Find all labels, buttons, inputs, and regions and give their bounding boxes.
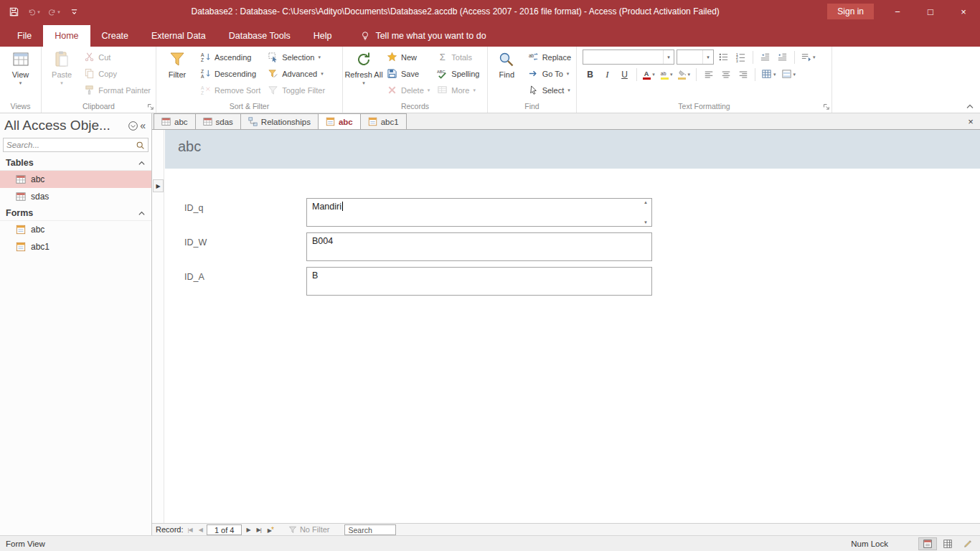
font-size-combo[interactable]: ▾ [677,50,714,65]
scroll-down-icon[interactable]: ▼ [644,220,648,225]
goto-button[interactable]: Go To ▾ [524,65,575,82]
nav-item-table-abc[interactable]: abc [0,171,151,188]
remove-sort-button[interactable]: AZ Remove Sort [197,82,264,98]
align-right-button[interactable] [735,67,750,82]
find-button[interactable]: Find [489,47,524,100]
tab-file[interactable]: File [6,25,43,47]
ascending-button[interactable]: AZ Ascending [197,49,264,65]
undo-icon[interactable]: ▾ [24,2,43,21]
id-q-input[interactable]: Mandiri ▲ ▼ [306,198,652,227]
copy-button[interactable]: Copy [80,65,154,82]
title-bar: ▾ ▾ Database2 : Database- C:\Users\Adity… [0,0,980,23]
record-position-box[interactable]: 1 of 4 [207,524,242,535]
id-a-input[interactable]: B [306,267,652,296]
underline-button[interactable]: U [617,67,632,82]
filter-status-button[interactable]: No Filter [288,525,330,534]
textbox-scrollbar[interactable]: ▲ ▼ [641,199,651,225]
maximize-button[interactable]: □ [914,0,947,23]
redo-icon[interactable]: ▾ [44,2,63,21]
dropdown-caret-icon: ▾ [567,71,570,76]
replace-button[interactable]: ab Replace [524,49,575,65]
delete-record-button[interactable]: Delete ▾ [383,82,433,98]
font-color-button[interactable]: A▾ [641,67,656,82]
view-button[interactable]: View ▾ [1,47,39,100]
doc-tab-form-abc[interactable]: abc [318,113,361,129]
save-record-button[interactable]: Save [383,65,433,82]
design-view-button[interactable] [958,537,977,550]
nav-item-form-abc[interactable]: abc [0,221,151,238]
alternate-row-color-button[interactable]: ▾ [780,67,798,82]
toggle-filter-button[interactable]: Toggle Filter [264,82,329,98]
tab-external-data[interactable]: External Data [140,25,217,47]
scroll-up-icon[interactable]: ▲ [644,200,648,204]
descending-button[interactable]: ZA Descending [197,65,264,82]
datasheet-view-button[interactable] [938,537,957,550]
nav-item-table-sdas[interactable]: sdas [0,188,151,205]
navigation-pane: All Access Obje... « Search... Tables ab… [0,113,152,535]
tab-create[interactable]: Create [90,25,141,47]
lightbulb-icon [360,31,370,41]
doc-tab-relationships[interactable]: Relationships [240,113,319,129]
doc-tab-form-abc1[interactable]: abc1 [360,113,407,129]
first-record-button[interactable]: |◀ [186,527,194,533]
highlight-color-button[interactable]: ab▾ [659,67,674,82]
nav-item-form-abc1[interactable]: abc1 [0,238,151,255]
tab-help[interactable]: Help [302,25,344,47]
doc-tab-table-sdas[interactable]: sdas [195,113,241,129]
cut-button[interactable]: Cut [80,49,154,65]
advanced-button[interactable]: Advanced ▾ [264,65,329,82]
nav-search-box[interactable]: Search... [3,138,149,152]
text-formatting-dialog-launcher-icon[interactable] [823,103,830,110]
gridlines-button[interactable]: ▾ [760,67,778,82]
nav-pane-title: All Access Obje... [4,118,128,133]
tab-home[interactable]: Home [43,25,90,47]
spelling-button[interactable]: ABC Spelling [433,65,483,82]
customize-qat-icon[interactable] [65,2,83,21]
nav-menu-icon[interactable] [128,121,138,131]
new-record-ribbon-button[interactable]: New [383,49,433,65]
italic-button[interactable]: I [600,67,615,82]
text-direction-button[interactable]: ▾ [799,50,817,65]
clipboard-dialog-launcher-icon[interactable] [147,103,154,110]
filter-button[interactable]: Filter [158,47,197,100]
totals-button[interactable]: Σ Totals [433,49,483,65]
sign-in-button[interactable]: Sign in [827,4,874,19]
bold-button[interactable]: B [583,67,598,82]
save-icon[interactable] [4,2,23,21]
close-button[interactable]: × [947,0,980,23]
next-record-button[interactable]: ▶ [244,527,252,533]
last-record-button[interactable]: ▶| [255,527,263,533]
more-button[interactable]: More ▾ [433,82,483,98]
bullets-button[interactable] [716,50,731,65]
decrease-indent-button[interactable] [758,50,773,65]
format-painter-button[interactable]: Format Painter [80,82,154,98]
shutter-bar-close-icon[interactable]: « [138,120,147,131]
new-blank-record-button[interactable]: ▶* [265,526,276,534]
id-w-input[interactable]: B004 [306,232,652,261]
paste-button[interactable]: Paste ▾ [43,47,80,100]
select-button[interactable]: Select ▾ [524,82,575,98]
tell-me-box[interactable]: Tell me what you want to do [360,31,486,47]
close-document-icon[interactable]: × [961,113,980,129]
previous-record-button[interactable]: ◀ [197,527,204,533]
dropdown-caret-icon[interactable]: ▾ [702,50,713,64]
nav-section-forms[interactable]: Forms [0,205,151,221]
collapse-ribbon-icon[interactable] [966,103,974,110]
tab-database-tools[interactable]: Database Tools [217,25,302,47]
align-left-button[interactable] [701,67,716,82]
dropdown-caret-icon[interactable]: ▾ [663,50,674,64]
font-name-combo[interactable]: ▾ [583,50,674,65]
form-view-button[interactable] [918,537,937,550]
form-icon [368,117,377,126]
doc-tab-table-abc[interactable]: abc [154,113,196,129]
refresh-all-button[interactable]: Refresh All ▾ [344,47,383,100]
increase-indent-button[interactable] [775,50,790,65]
minimize-button[interactable]: − [881,0,914,23]
record-search-box[interactable]: Search [344,524,396,535]
nav-section-tables[interactable]: Tables [0,155,151,171]
selection-button[interactable]: Selection ▾ [264,49,329,65]
numbering-button[interactable]: 123 [733,50,748,65]
background-color-button[interactable]: ▾ [677,67,692,82]
record-navigation-bar: Record: |◀ ◀ 1 of 4 ▶ ▶| ▶* No Filter Se… [152,523,980,535]
align-center-button[interactable] [718,67,733,82]
